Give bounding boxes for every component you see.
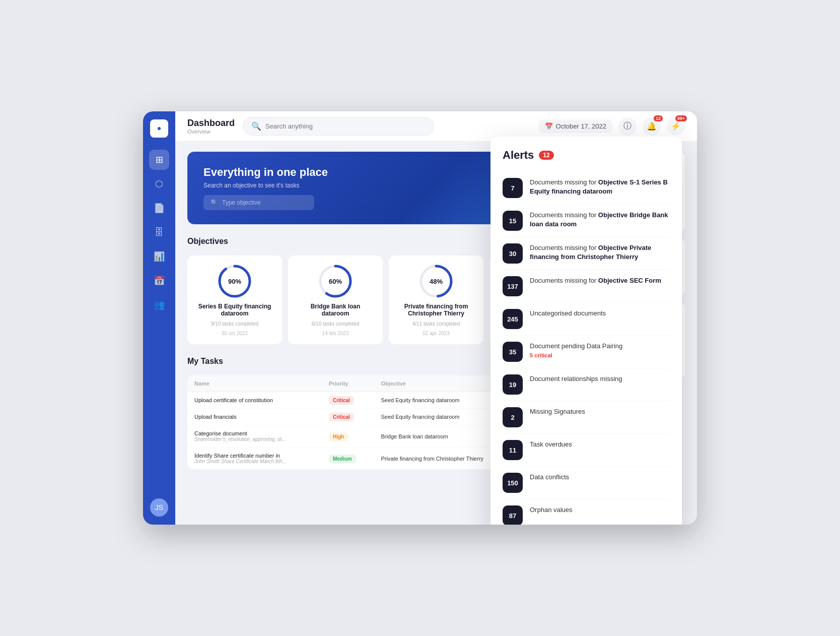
alert-num-large: 150: [503, 473, 523, 493]
alerts-panel-header: Alerts 12: [503, 149, 670, 162]
objective-date: 14 feb 2023: [322, 331, 349, 336]
alert-num-large: 15: [503, 211, 523, 231]
task-name-cell: Identify Share certificate number in Joh…: [187, 448, 322, 470]
sidebar-item-dashboard[interactable]: ⊞: [149, 150, 169, 170]
app-wrapper: ⊞ ⬡ 📄 🗄 📊 📅 👥 JS Dashboard Overview 🔍 📅 …: [143, 111, 697, 525]
calendar-icon: 📅: [545, 122, 553, 130]
tasks-column-header: Name: [187, 375, 322, 392]
priority-badge: Critical: [329, 396, 354, 405]
sidebar-item-objectives[interactable]: ⬡: [149, 174, 169, 194]
alert-entry[interactable]: 245 Uncategorised documents: [503, 303, 670, 336]
sidebar-item-calendar[interactable]: 📅: [149, 271, 169, 291]
alert-num-large: 2: [503, 407, 523, 427]
hero-search[interactable]: 🔍 Type objective: [203, 195, 314, 210]
search-input[interactable]: [265, 122, 426, 130]
page-title: Dashboard: [187, 118, 235, 129]
alert-num-large: 137: [503, 276, 523, 296]
alert-num-large: 11: [503, 440, 523, 460]
objective-card[interactable]: 60% Bridge Bank loan dataroom 6/10 tasks…: [288, 256, 383, 344]
progress-pct: 48%: [430, 278, 443, 285]
alert-text-before: Documents missing for: [530, 211, 598, 219]
alerts-entries: 7 Documents missing for Objective S-1 Se…: [503, 172, 670, 525]
progress-ring: 48%: [418, 264, 454, 299]
alert-text-simple: Document pending Data Pairing: [530, 342, 622, 350]
alert-num-large: 35: [503, 342, 523, 362]
search-bar[interactable]: 🔍: [243, 117, 434, 136]
task-name-main: Categorise document: [194, 430, 315, 436]
alert-entry[interactable]: 87 Orphan values: [503, 499, 670, 525]
alert-num-large: 245: [503, 309, 523, 329]
alert-entry[interactable]: 15 Documents missing for Objective Bridg…: [503, 205, 670, 237]
alert-num-large: 19: [503, 374, 523, 395]
progress-pct: 60%: [329, 278, 342, 285]
alert-text-simple: Document relationships missing: [530, 375, 622, 383]
tasks-column-header: Priority: [322, 375, 374, 392]
objective-date: 02 apr 2023: [423, 331, 449, 336]
date-text: October 17, 2022: [556, 122, 606, 130]
objective-tasks: 4/11 tasks completed: [412, 321, 460, 327]
date-badge: 📅 October 17, 2022: [539, 119, 612, 133]
alert-entry[interactable]: 19 Document relationships missing: [503, 368, 670, 401]
alert-text-before: Documents missing for: [530, 277, 598, 284]
alert-text-simple: Uncategorised documents: [530, 309, 606, 317]
alert-entry[interactable]: 30 Documents missing for Objective Priva…: [503, 237, 670, 270]
sidebar-item-database[interactable]: 🗄: [149, 222, 169, 242]
task-name-main: Identify Share certificate number in: [194, 453, 315, 459]
alert-entry-text: Task overdues: [530, 440, 572, 449]
page-subtitle: Overview: [187, 129, 235, 135]
alert-text-simple: Orphan values: [530, 506, 573, 514]
alert-entry[interactable]: 150 Data conflicts: [503, 467, 670, 499]
tasks-title: My Tasks: [187, 357, 223, 366]
alert-entry[interactable]: 7 Documents missing for Objective S-1 Se…: [503, 172, 670, 205]
priority-badge: High: [329, 432, 348, 441]
alert-entry-text: Data conflicts: [530, 473, 569, 482]
alert-entry-text: Document pending Data Pairing5 critical: [530, 342, 622, 360]
task-priority-cell: Critical: [322, 409, 374, 425]
priority-badge: Critical: [329, 413, 354, 421]
task-priority-cell: Medium: [322, 448, 374, 470]
alert-num-large: 7: [503, 178, 523, 198]
alert-entry[interactable]: 137 Documents missing for Objective SEC …: [503, 270, 670, 303]
alert-text-before: Documents missing for: [530, 178, 598, 186]
progress-pct: 90%: [228, 278, 241, 285]
hero-search-icon: 🔍: [211, 199, 218, 206]
objective-card[interactable]: 48% Private financing from Christopher T…: [389, 256, 483, 344]
task-name-sub: John Smith Share Certificate March 8th..…: [194, 459, 315, 464]
alert-text-simple: Data conflicts: [530, 473, 569, 481]
task-priority-cell: Critical: [322, 392, 374, 409]
sidebar-logo[interactable]: [150, 119, 168, 138]
sidebar-item-charts[interactable]: 📊: [149, 246, 169, 267]
alerts-panel: Alerts 12 7 Documents missing for Object…: [491, 137, 682, 525]
alert-button[interactable]: ⚡ 99+: [667, 117, 685, 136]
objective-name: Series B Equity financing dataroom: [195, 303, 274, 317]
alert-num-large: 87: [503, 505, 523, 525]
sidebar-avatar[interactable]: JS: [150, 498, 168, 517]
objective-name: Private financing from Christopher Thier…: [397, 303, 475, 317]
priority-badge: Medium: [329, 455, 356, 463]
notification-button[interactable]: 🔔 12: [643, 117, 661, 136]
task-name-sub: Shareholder's_resolution_approving_di...: [194, 436, 315, 442]
alert-text-before: Documents missing for: [530, 244, 598, 251]
task-name-cell: Upload financials: [187, 409, 322, 425]
alert-entry-text: Documents missing for Objective Private …: [530, 243, 670, 262]
progress-ring: 90%: [217, 264, 252, 299]
objectives-title: Objectives: [187, 237, 228, 246]
info-button[interactable]: ⓘ: [618, 117, 637, 136]
alert-entry[interactable]: 2 Missing Signatures: [503, 401, 670, 434]
alert-entry-text: Uncategorised documents: [530, 309, 606, 318]
task-priority-cell: High: [322, 425, 374, 448]
sidebar-item-documents[interactable]: 📄: [149, 198, 169, 218]
alert-entry-text: Orphan values: [530, 505, 573, 515]
sidebar-item-users[interactable]: 👥: [149, 295, 169, 315]
objective-tasks: 9/10 tasks completed: [211, 321, 259, 327]
alert-entry[interactable]: 35 Document pending Data Pairing5 critic…: [503, 336, 670, 368]
search-icon: 🔍: [251, 121, 261, 131]
svg-point-0: [158, 127, 161, 130]
objective-date: 30 oct 2022: [222, 331, 248, 336]
alert-entry-text: Missing Signatures: [530, 407, 585, 416]
alert-critical: 5 critical: [530, 352, 552, 358]
alert-text-bold: Objective SEC Form: [598, 277, 661, 284]
alert-text-simple: Missing Signatures: [530, 408, 585, 415]
objective-card[interactable]: 90% Series B Equity financing dataroom 9…: [187, 256, 282, 344]
alert-entry[interactable]: 11 Task overdues: [503, 434, 670, 467]
